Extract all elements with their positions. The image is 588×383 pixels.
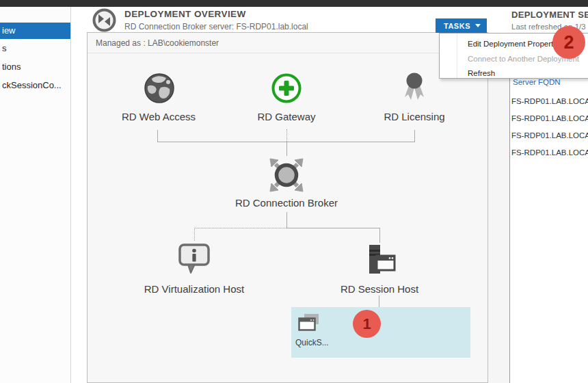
sidebar-item-quicksessioncollection[interactable]: ckSessionCo...	[0, 77, 70, 94]
connector-line-dotted	[286, 129, 287, 142]
windows-stack-icon	[298, 313, 321, 336]
server-row[interactable]: FS-RDP01.LAB.LOCAL	[511, 97, 588, 105]
connector-line	[286, 212, 287, 228]
sidebar-item-servers[interactable]: s	[0, 40, 70, 57]
globe-icon[interactable]	[144, 72, 175, 104]
connector-line	[379, 295, 379, 307]
menu-item-refresh[interactable]: Refresh	[440, 66, 588, 81]
deployment-servers-title: DEPLOYMENT SERVERS	[511, 10, 588, 20]
page-subtitle: RD Connection Broker server: FS-RDP01.la…	[124, 22, 308, 31]
server-manager-window: iew s tions ckSessionCo... DEPLOYMENT OV…	[0, 0, 588, 383]
panel-gutter	[488, 33, 510, 383]
connector-line	[286, 142, 287, 156]
ribbon-medal-icon[interactable]	[399, 72, 429, 103]
tasks-button[interactable]: TASKS	[436, 18, 487, 33]
managed-as-bar: Managed as : LAB\cookiemonster	[88, 33, 487, 53]
sidebar-item-collections[interactable]: tions	[0, 59, 70, 75]
node-label-rd-virtualization-host: RD Virtualization Host	[119, 283, 269, 295]
info-bubble-icon[interactable]	[176, 241, 212, 279]
server-row[interactable]: FS-RDP01.LAB.LOCAL	[511, 148, 588, 157]
connector-line	[157, 130, 158, 142]
connector-line-dotted	[194, 228, 286, 228]
tasks-button-label: TASKS	[444, 22, 470, 30]
connector-line	[379, 228, 380, 243]
window-title-bar	[0, 0, 588, 7]
connector-line-dotted	[194, 228, 195, 241]
collection-tile-label: QuickS...	[295, 338, 329, 347]
server-window-icon[interactable]	[362, 243, 397, 278]
broker-arrows-icon[interactable]	[267, 156, 306, 194]
node-label-rd-session-host: RD Session Host	[318, 283, 441, 295]
chevron-down-icon	[475, 24, 481, 27]
annotation-badge-2: 2	[552, 26, 585, 59]
node-label-rd-licensing: RD Licensing	[366, 111, 462, 122]
node-label-rd-connection-broker: RD Connection Broker	[218, 197, 355, 209]
server-row[interactable]: FS-RDP01.LAB.LOCAL	[511, 114, 588, 122]
server-row[interactable]: FS-RDP01.LAB.LOCAL	[511, 131, 588, 140]
connector-line	[414, 130, 415, 142]
sidebar-item-overview[interactable]: iew	[0, 23, 70, 39]
connector-line	[286, 228, 379, 228]
green-plus-icon[interactable]	[271, 73, 302, 103]
page-title: DEPLOYMENT OVERVIEW	[124, 9, 246, 19]
node-label-rd-gateway: RD Gateway	[245, 111, 328, 122]
rds-deployment-icon	[92, 8, 117, 33]
annotation-badge-1: 1	[353, 310, 381, 338]
node-label-rd-web-access: RD Web Access	[111, 111, 206, 122]
